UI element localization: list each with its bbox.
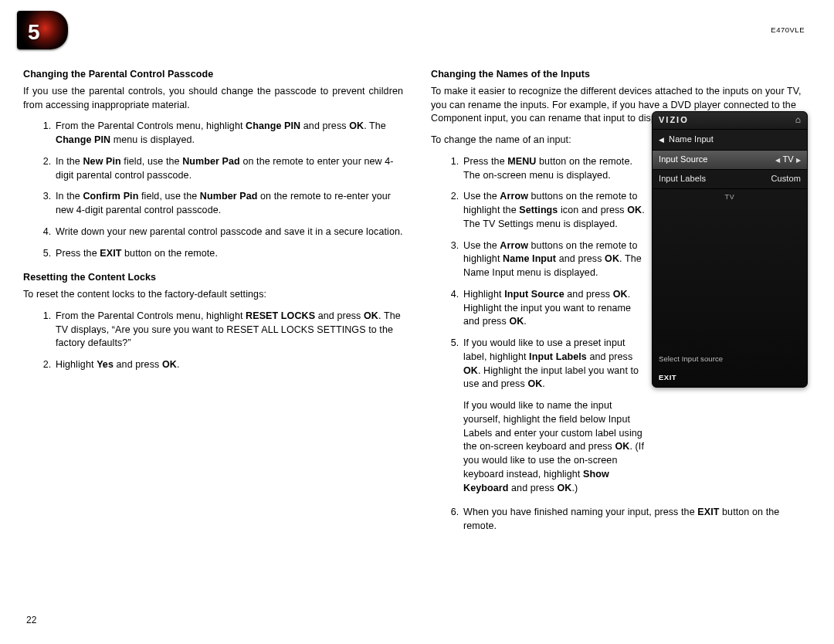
heading-reset-locks: Resetting the Content Locks: [23, 271, 403, 285]
osd-row-value: ◀ TV ▶: [775, 154, 801, 166]
list-item: Press the MENU button on the remote. The…: [462, 155, 647, 183]
osd-breadcrumb: ◀ Name Input: [653, 130, 807, 151]
list-item-cont: If you would like to name the input your…: [463, 399, 647, 495]
osd-row-input-labels: Input Labels Custom: [653, 170, 807, 189]
paragraph: If you use the parental controls, you sh…: [23, 85, 403, 113]
list-item: Use the Arrow buttons on the remote to h…: [462, 239, 647, 280]
list-item: If you would like to use a preset input …: [462, 337, 647, 495]
osd-exit-label: EXIT: [659, 372, 676, 382]
heading-change-passcode: Changing the Parental Control Passcode: [23, 68, 403, 82]
model-label: E470VLE: [771, 25, 805, 35]
home-icon: ⌂: [795, 114, 801, 127]
list-item: When you have finished naming your input…: [462, 506, 811, 534]
paragraph: To reset the content locks to the factor…: [23, 288, 403, 302]
steps-rename-input-cont: When you have finished naming your input…: [431, 506, 811, 534]
osd-row-value: Custom: [771, 173, 802, 185]
chapter-badge: 5: [17, 11, 68, 49]
list-item: Press the EXIT button on the remote.: [54, 247, 403, 261]
steps-rename-input: Press the MENU button on the remote. The…: [431, 155, 647, 496]
right-column: Changing the Names of the Inputs To make…: [431, 68, 811, 544]
heading-change-input-names: Changing the Names of the Inputs: [431, 68, 811, 82]
osd-titlebar: VIZIO ⌂: [653, 112, 807, 130]
steps-change-passcode: From the Parental Controls menu, highlig…: [23, 120, 403, 260]
list-item-text: If you would like to use a preset input …: [463, 337, 639, 389]
list-item: From the Parental Controls menu, highlig…: [54, 120, 403, 147]
list-item: Use the Arrow buttons on the remote to h…: [462, 190, 647, 231]
osd-screenshot: VIZIO ⌂ ◀ Name Input Input Source ◀ TV ▶…: [652, 111, 808, 388]
list-item: From the Parental Controls menu, highlig…: [54, 310, 403, 351]
list-item: Highlight Input Source and press OK. Hig…: [462, 288, 647, 329]
osd-logo: VIZIO: [659, 114, 689, 127]
back-arrow-icon: ◀: [659, 135, 664, 145]
osd-row-label: Input Source: [659, 154, 708, 166]
list-item: In the New Pin field, use the Number Pad…: [54, 155, 403, 183]
left-column: Changing the Parental Control Passcode I…: [23, 68, 403, 544]
steps-reset-locks: From the Parental Controls menu, highlig…: [23, 310, 403, 372]
osd-row-input-source: Input Source ◀ TV ▶: [653, 151, 807, 170]
osd-section-title: TV: [653, 189, 807, 204]
list-item: Highlight Yes and press OK.: [54, 358, 403, 372]
list-item: Write down your new parental control pas…: [54, 225, 403, 239]
osd-hint: Select Input source: [659, 354, 723, 364]
list-item: In the Confirm Pin field, use the Number…: [54, 190, 403, 218]
chapter-number: 5: [28, 17, 40, 48]
page-number: 22: [26, 614, 37, 627]
osd-row-label: Input Labels: [659, 173, 706, 185]
osd-breadcrumb-label: Name Input: [669, 134, 714, 146]
